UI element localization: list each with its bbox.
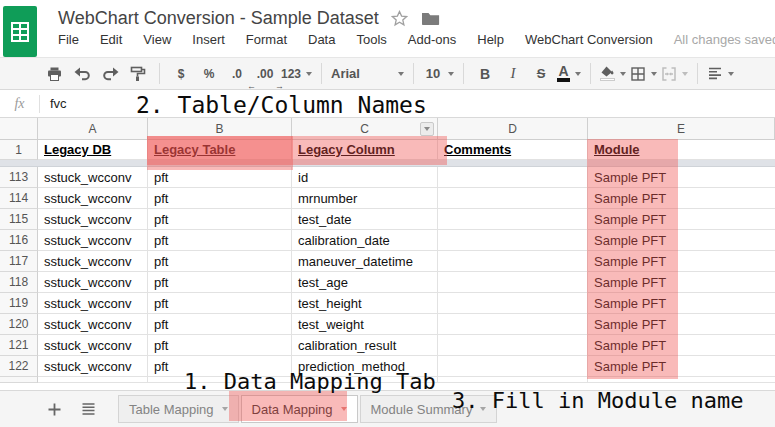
cell[interactable] — [438, 167, 588, 188]
formula-input[interactable]: fvc — [40, 96, 67, 111]
cell[interactable]: pft — [148, 188, 292, 209]
menu-addons[interactable]: Add-ons — [408, 32, 456, 47]
row-number[interactable]: 121 — [0, 335, 38, 356]
cell[interactable]: calibration_date — [292, 230, 438, 251]
cell-d1[interactable]: Comments — [438, 140, 588, 160]
cell[interactable]: pft — [148, 251, 292, 272]
column-header-a[interactable]: A — [38, 118, 148, 140]
menu-tools[interactable]: Tools — [356, 32, 386, 47]
row-number[interactable]: 113 — [0, 167, 38, 188]
row-number[interactable]: 118 — [0, 272, 38, 293]
cell[interactable] — [38, 377, 148, 383]
cell[interactable]: Sample PFT — [588, 314, 775, 335]
cell[interactable]: maneuver_datetime — [292, 251, 438, 272]
cell[interactable]: Sample PFT — [588, 188, 775, 209]
cell[interactable]: sstuck_wcconv — [38, 335, 148, 356]
cell[interactable]: pft — [148, 314, 292, 335]
cell[interactable]: test_age — [292, 272, 438, 293]
cell[interactable]: test_weight — [292, 314, 438, 335]
column-header-c[interactable]: C — [292, 118, 438, 140]
cell[interactable] — [588, 377, 775, 383]
font-family-select[interactable]: Arial — [331, 62, 404, 86]
star-icon[interactable] — [391, 10, 408, 27]
column-header-d[interactable]: D — [438, 118, 588, 140]
print-button[interactable] — [42, 62, 66, 86]
borders-button[interactable] — [630, 62, 657, 86]
column-filter-button[interactable] — [420, 122, 434, 136]
menu-data[interactable]: Data — [308, 32, 335, 47]
cell[interactable]: test_height — [292, 293, 438, 314]
cell[interactable]: Sample PFT — [588, 230, 775, 251]
undo-button[interactable] — [70, 62, 94, 86]
paint-format-button[interactable] — [126, 62, 150, 86]
row-number[interactable]: 119 — [0, 293, 38, 314]
bold-button[interactable]: B — [473, 62, 497, 86]
cell[interactable] — [438, 209, 588, 230]
menu-format[interactable]: Format — [246, 32, 287, 47]
select-all-corner[interactable] — [0, 118, 38, 140]
menu-help[interactable]: Help — [477, 32, 504, 47]
menu-insert[interactable]: Insert — [192, 32, 225, 47]
cell-c1[interactable]: Legacy Column — [292, 140, 438, 160]
row-number[interactable]: 1 — [0, 140, 38, 160]
cell[interactable]: test_date — [292, 209, 438, 230]
cell[interactable]: pft — [148, 209, 292, 230]
format-currency-button[interactable]: $ — [169, 62, 193, 86]
cell[interactable]: sstuck_wcconv — [38, 293, 148, 314]
cell[interactable]: sstuck_wcconv — [38, 356, 148, 377]
row-number[interactable]: 122 — [0, 356, 38, 377]
cell[interactable]: sstuck_wcconv — [38, 251, 148, 272]
cell[interactable] — [438, 356, 588, 377]
cell[interactable] — [438, 293, 588, 314]
sheets-logo-icon[interactable] — [3, 6, 37, 57]
move-to-folder-icon[interactable] — [421, 11, 440, 26]
menu-file[interactable]: File — [58, 32, 79, 47]
sheet-tab-table-mapping[interactable]: Table Mapping — [118, 395, 239, 423]
cell[interactable]: pft — [148, 230, 292, 251]
menu-webchart-conversion[interactable]: WebChart Conversion — [525, 32, 653, 47]
more-formats-button[interactable]: 123 — [281, 62, 312, 86]
cell[interactable]: Sample PFT — [588, 209, 775, 230]
row-number[interactable] — [0, 377, 38, 383]
cell[interactable] — [438, 251, 588, 272]
cell[interactable]: Sample PFT — [588, 293, 775, 314]
add-sheet-button[interactable] — [42, 397, 66, 421]
redo-button[interactable] — [98, 62, 122, 86]
menu-view[interactable]: View — [143, 32, 171, 47]
cell[interactable] — [438, 314, 588, 335]
row-number[interactable]: 115 — [0, 209, 38, 230]
strikethrough-button[interactable]: S — [529, 62, 553, 86]
fill-color-button[interactable] — [600, 62, 626, 86]
cell[interactable]: mrnumber — [292, 188, 438, 209]
row-number[interactable]: 114 — [0, 188, 38, 209]
horizontal-align-button[interactable] — [707, 62, 734, 86]
cell[interactable] — [438, 377, 588, 383]
italic-button[interactable]: I — [501, 62, 525, 86]
cell[interactable]: calibration_result — [292, 335, 438, 356]
cell[interactable] — [438, 230, 588, 251]
cell[interactable]: Sample PFT — [588, 167, 775, 188]
font-size-select[interactable]: 10 — [423, 62, 454, 86]
cell[interactable]: id — [292, 167, 438, 188]
cell[interactable]: pft — [148, 272, 292, 293]
cell[interactable]: Sample PFT — [588, 251, 775, 272]
text-color-button[interactable]: A — [557, 62, 581, 86]
cell[interactable]: sstuck_wcconv — [38, 314, 148, 335]
cell[interactable] — [438, 335, 588, 356]
cell[interactable]: sstuck_wcconv — [38, 230, 148, 251]
row-number[interactable]: 120 — [0, 314, 38, 335]
cell[interactable]: sstuck_wcconv — [38, 272, 148, 293]
document-title[interactable]: WebChart Conversion - Sample Dataset — [58, 8, 379, 29]
cell[interactable]: Sample PFT — [588, 356, 775, 377]
cell-a1[interactable]: Legacy DB — [38, 140, 148, 160]
cell[interactable] — [438, 272, 588, 293]
decrease-decimals-button[interactable]: .0← — [225, 62, 249, 86]
column-header-e[interactable]: E — [588, 118, 775, 140]
cell[interactable]: pft — [148, 167, 292, 188]
all-sheets-button[interactable] — [76, 397, 100, 421]
increase-decimals-button[interactable]: .00→ — [253, 62, 277, 86]
cell[interactable]: sstuck_wcconv — [38, 209, 148, 230]
cell-e1[interactable]: Module — [588, 140, 775, 160]
column-header-b[interactable]: B — [148, 118, 292, 140]
cell[interactable]: sstuck_wcconv — [38, 167, 148, 188]
